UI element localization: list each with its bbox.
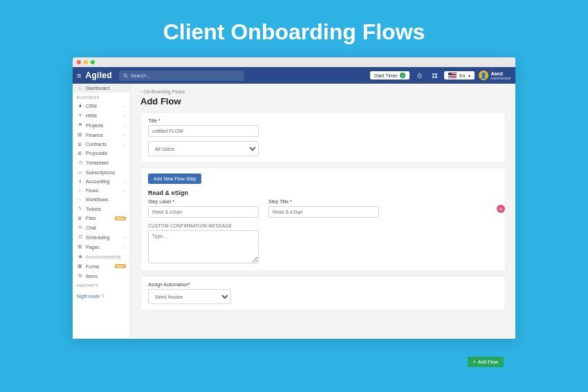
minimize-dot[interactable]: [84, 60, 88, 64]
topbar: ≡ Agiled Start Timer En ▾ 👤: [73, 67, 515, 84]
user-role: Administrator: [491, 76, 511, 80]
breadcrumb[interactable]: ‹ On-Boarding Flows: [140, 89, 506, 94]
sidebar-item-pages[interactable]: ▤Pages›: [73, 242, 130, 252]
sidebar: ⌂ Dashboard Business ♟CRM› ⚭HRM› ⚑Projec…: [73, 84, 131, 339]
sidebar-item-items[interactable]: ⊞Items: [73, 271, 130, 281]
chevron-right-icon: ›: [125, 104, 126, 108]
chevron-left-icon: ‹: [140, 89, 142, 94]
step-label-label: Step Label *: [148, 199, 259, 204]
project-icon: ⚑: [77, 122, 83, 128]
box-icon: ⊞: [77, 273, 83, 279]
proposal-icon: 🗎: [77, 151, 83, 156]
svg-point-0: [124, 73, 127, 76]
sidebar-item-files[interactable]: 🗎FilesBeta: [73, 214, 130, 223]
beta-badge: Beta: [115, 216, 126, 221]
hamburger-icon[interactable]: ≡: [77, 71, 81, 80]
document-icon: ▤: [77, 132, 83, 138]
hero-title: Client Onboarding Flows: [0, 0, 588, 57]
add-flow-button[interactable]: + Add Flow: [468, 357, 504, 367]
night-mode-toggle[interactable]: Night mode☾: [73, 289, 130, 303]
chevron-right-icon: ›: [125, 245, 126, 249]
sidebar-item-dashboard[interactable]: ⌂ Dashboard: [73, 84, 130, 93]
maximize-dot[interactable]: [91, 60, 95, 64]
automation-label: Assign Automation*: [148, 282, 498, 287]
app-window: ≡ Agiled Start Timer En ▾ 👤: [73, 57, 515, 339]
ticket-icon: ✎: [77, 206, 83, 212]
svg-rect-4: [435, 73, 437, 75]
chart-icon: ⫿: [77, 179, 83, 184]
workflow-icon: ↔: [77, 197, 83, 202]
sidebar-item-contracts[interactable]: 🗎Contracts›: [73, 140, 130, 149]
flow-title-input[interactable]: [148, 125, 259, 137]
sidebar-item-timesheet[interactable]: ◷Timesheet: [73, 158, 130, 167]
close-icon: ×: [499, 206, 503, 212]
flag-icon: [448, 73, 457, 78]
users-icon: ⚭: [77, 113, 83, 118]
calendar-icon: ☷: [77, 234, 83, 240]
sidebar-item-projects[interactable]: ⚑Projects›: [73, 120, 130, 130]
chevron-down-icon: ▾: [468, 73, 470, 78]
svg-rect-3: [432, 73, 434, 75]
automation-card: Assign Automation* Send Invoice: [140, 276, 506, 310]
beta-badge: Beta: [115, 264, 126, 268]
subscription-icon: ▭: [77, 169, 83, 175]
chevron-right-icon: ›: [125, 235, 126, 239]
start-timer-button[interactable]: Start Timer: [370, 71, 410, 80]
window-titlebar: [73, 57, 515, 67]
chat-icon: ✉: [77, 225, 83, 230]
chevron-right-icon: ›: [125, 142, 126, 147]
users-select[interactable]: All Users: [148, 141, 259, 156]
timer-icon[interactable]: [414, 70, 425, 81]
plus-icon: +: [473, 360, 476, 364]
sidebar-item-tickets[interactable]: ✎Tickets: [73, 204, 130, 214]
user-name: Aaed: [491, 71, 511, 76]
chevron-right-icon: ›: [125, 133, 126, 137]
close-dot[interactable]: [77, 60, 81, 64]
sidebar-item-flows[interactable]: ›Flows›: [73, 186, 130, 195]
brand-logo: Agiled: [85, 71, 111, 80]
sidebar-item-crm[interactable]: ♟CRM›: [73, 101, 130, 111]
sidebar-item-subscriptions[interactable]: ▭Subscriptions: [73, 167, 130, 177]
sidebar-item-forms[interactable]: ▦FormsBeta: [73, 261, 130, 271]
file-icon: 🗎: [77, 216, 83, 221]
confirmation-textarea[interactable]: [148, 230, 259, 263]
grid-icon[interactable]: [429, 70, 440, 81]
search-wrap[interactable]: [119, 71, 244, 81]
step-title-input[interactable]: [268, 206, 379, 218]
sidebar-item-workflows[interactable]: ↔Workflows: [73, 195, 130, 204]
svg-rect-6: [435, 76, 437, 78]
sidebar-item-proposals[interactable]: 🗎Proposals: [73, 149, 130, 158]
sidebar-item-hrm[interactable]: ⚭HRM›: [73, 111, 130, 120]
step-title-label: Step Title *: [268, 199, 379, 204]
sidebar-section-business: Business: [73, 93, 130, 101]
chevron-right-icon: ›: [125, 113, 126, 118]
sidebar-section-reports: Reports: [73, 281, 130, 289]
confirmation-label: Custom Confirmation Message: [148, 223, 498, 228]
contract-icon: 🗎: [77, 142, 83, 147]
delete-step-button[interactable]: ×: [497, 205, 505, 213]
sidebar-item-announcements[interactable]: ◉Announcements: [73, 252, 130, 261]
sidebar-item-chat[interactable]: ✉Chat: [73, 223, 130, 232]
search-icon: [123, 73, 128, 78]
check-circle-icon: [400, 73, 405, 78]
add-step-button[interactable]: Add New Flow Step: [148, 174, 201, 184]
user-menu[interactable]: 👤 Aaed Administrator: [479, 71, 511, 80]
step-label-input[interactable]: [148, 206, 259, 218]
svg-rect-5: [432, 76, 434, 78]
chevron-right-icon: ›: [125, 189, 126, 193]
automation-select[interactable]: Send Invoice: [148, 289, 231, 304]
main-content: ‹ On-Boarding Flows Add Flow Title * All…: [131, 84, 515, 339]
step-card: Add New Flow Step Read & eSign Step Labe…: [140, 167, 506, 271]
language-select[interactable]: En ▾: [444, 71, 475, 80]
flow-icon: ›: [77, 188, 83, 193]
clock-icon: ◷: [77, 160, 83, 165]
search-input[interactable]: [131, 73, 240, 78]
avatar: 👤: [479, 71, 488, 80]
chevron-right-icon: ›: [125, 123, 126, 127]
page-title: Add Flow: [140, 96, 506, 106]
step-heading: Read & eSign: [148, 189, 498, 196]
sidebar-item-finance[interactable]: ▤Finance›: [73, 130, 130, 140]
page-icon: ▤: [77, 244, 83, 250]
sidebar-item-accounting[interactable]: ⫿Accounting›: [73, 177, 130, 186]
sidebar-item-scheduling[interactable]: ☷Scheduling›: [73, 232, 130, 242]
